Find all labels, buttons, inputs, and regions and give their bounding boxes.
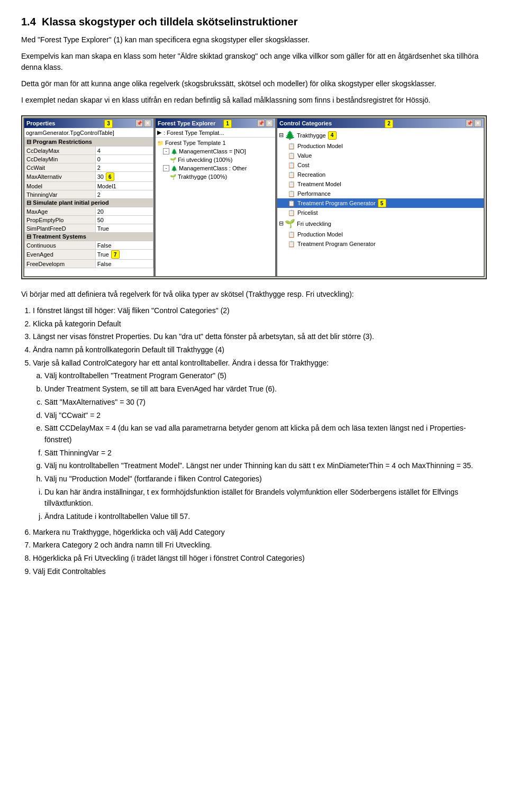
ctrl-titlebar: Control Categories 📌 ✕ [277, 118, 484, 128]
ctrl-icon-1: 📋 [287, 151, 296, 160]
sub-step-b: Under Treatment System, se till att bara… [44, 384, 487, 395]
ctrl-item-7[interactable]: 📋Pricelist [277, 208, 484, 217]
ctrl-icon-0: 📋 [287, 142, 296, 150]
forest-tree-item-1[interactable]: 🌱 Fri utveckling (100%) [156, 156, 275, 164]
props-val: 50 [95, 216, 153, 224]
ctrl-fri-root[interactable]: ⊟🌱Fri utveckling [277, 217, 484, 230]
footer-para1: Vi börjar med att definiera två regelver… [21, 289, 487, 300]
step-3: Längst ner visas fönstret Properties. Du… [33, 331, 487, 343]
forest-root-item[interactable]: 📁 Forest Type Template 1 [156, 139, 275, 147]
step-9: Välj Edit Controltables [33, 566, 487, 578]
ctrl-pin-btn[interactable]: 📌 [466, 120, 473, 127]
ctrl-item-6[interactable]: 📋Treatment Program Generator5 [277, 198, 484, 208]
ctrl-trakthygge-root[interactable]: ⊟🌲Trakthygge4 [277, 129, 484, 141]
props-val: 0 [95, 155, 153, 163]
forest-close-btn[interactable]: ✕ [266, 120, 273, 127]
sub-step-j: Ändra Latitude i kontrolltabellen Value … [44, 511, 487, 523]
props-row: EvenAgedTrue7 [25, 250, 153, 260]
ctrl-item-5[interactable]: 📋Performance [277, 189, 484, 198]
props-val: 20 [95, 207, 153, 216]
props-val: False [95, 241, 153, 250]
ctrl-item-0[interactable]: 📋Production Model [277, 141, 484, 151]
sub-step-a: Välj kontrolltabellen "Treatment Program… [44, 370, 487, 382]
props-key: MaxAge [25, 207, 96, 216]
step-6: Markera nu Trakthygge, högerklicka och v… [33, 527, 487, 539]
forest-tree-item-0[interactable]: - 🌲 ManagementClass = [NO] [156, 147, 275, 156]
ctrl-fri-icon-0: 📋 [287, 230, 296, 239]
props-row: CcWait2 [25, 163, 153, 172]
ctrl-icon-3: 📋 [287, 170, 296, 179]
ctrl-fri-item-0[interactable]: 📋Production Model [277, 230, 484, 239]
props-key: MaxAlternativ [25, 172, 96, 182]
forest-pin-btn[interactable]: 📌 [257, 120, 265, 127]
ctrl-fri-item-1[interactable]: 📋Treatment Program Generator [277, 239, 484, 249]
props-key: Model [25, 182, 96, 190]
forest-tree-item-2[interactable]: - 🌲 ManagementClass : Other [156, 164, 275, 172]
properties-titlebar: Properties 📌 ✕ [24, 118, 153, 128]
ctrl-icon-7: 📋 [287, 208, 296, 217]
expand-icon-2[interactable]: - [163, 165, 169, 171]
props-key: CcDelayMax [25, 147, 96, 155]
forest-path-row: ▶ : Forest Type Templat... [156, 128, 275, 138]
props-row: MaxAge20 [25, 207, 153, 216]
step-5: Varje så kallad ControlCategory har ett … [33, 358, 487, 523]
props-key: EvenAged [25, 250, 96, 260]
intro-para-1: Med "Forest Type Explorer" (1) kan man s… [21, 34, 487, 45]
sub-step-i: Du kan här ändra inställningar, t ex for… [44, 487, 487, 509]
badge-2: 2 [385, 118, 393, 128]
forest-content: 📁 Forest Type Template 1 - 🌲 ManagementC… [156, 138, 275, 276]
props-val: 2 [95, 163, 153, 172]
main-steps-list-2: Markera nu Trakthygge, högerklicka och v… [33, 527, 487, 578]
badge-3: 3 [104, 118, 113, 128]
ctrl-close-btn[interactable]: ✕ [474, 120, 482, 127]
props-val: True [95, 224, 153, 233]
main-steps-list: I fönstret längst till höger: Välj flike… [33, 305, 487, 523]
props-key: FreeDevelopm [25, 260, 96, 268]
folder-icon: 📁 [157, 139, 164, 147]
forest-titlebar: Forest Type Explorer 📌 ✕ [156, 118, 275, 128]
props-val: Model1 [95, 182, 153, 190]
props-path-row: ogramGenerator.TpgControlTable] [24, 128, 153, 138]
intro-para-4: I exemplet nedan skapar vi en klass utif… [21, 95, 487, 106]
props-row: ContinuousFalse [25, 241, 153, 250]
forest-tree-item-3[interactable]: 🌱 Trakthygge (100%) [156, 172, 275, 181]
ctrl-item-1[interactable]: 📋Value [277, 151, 484, 160]
step-7: Markera Category 2 och ändra namn till F… [33, 540, 487, 551]
props-key: Continuous [25, 241, 96, 250]
props-row: ThinningVar2 [25, 190, 153, 199]
step-1: I fönstret längst till höger: Välj flike… [33, 305, 487, 317]
footer-area: Vi börjar med att definiera två regelver… [21, 289, 487, 577]
sub-step-f: Sätt ThinningVar = 2 [44, 448, 487, 459]
props-val: 306 [95, 172, 153, 182]
props-key: CcWait [25, 163, 96, 172]
ctrl-icon-6: 📋 [287, 199, 296, 207]
props-close-btn[interactable]: ✕ [144, 120, 151, 127]
step-4: Ändra namn på kontrollkategorin Default … [33, 344, 487, 356]
tree-icon-2: 🌲 [170, 165, 178, 172]
screenshot-area: 3 1 2 Properties 📌 ✕ ogramGenerator.TpgC… [21, 115, 487, 279]
badge-6: 6 [106, 172, 114, 181]
expand-icon-0[interactable]: - [163, 148, 169, 154]
props-val: False [95, 260, 153, 268]
step-2: Klicka på kategorin Default [33, 318, 487, 330]
tree-icon-0: 🌲 [170, 148, 178, 155]
props-pin-btn[interactable]: 📌 [135, 120, 143, 127]
badge-1: 1 [223, 118, 232, 128]
properties-panel: Properties 📌 ✕ ogramGenerator.TpgControl… [23, 117, 155, 277]
ctrl-item-2[interactable]: 📋Cost [277, 160, 484, 170]
badge-4: 4 [328, 131, 337, 140]
intro-para-2: Exempelvis kan man skapa en klass som he… [21, 51, 487, 73]
sub-steps-list: Välj kontrolltabellen "Treatment Program… [44, 370, 487, 522]
ctrl-panel: Control Categories 📌 ✕ ⊟🌲Trakthygge4📋Pro… [276, 117, 485, 277]
props-row: SimPlantFreeDTrue [25, 224, 153, 233]
props-val: 2 [95, 190, 153, 199]
tree-icon-1: 🌱 [169, 156, 177, 163]
props-val: 4 [95, 147, 153, 155]
intro-para-3: Detta gör man för att kunna ange olika r… [21, 78, 487, 89]
sub-step-g: Välj nu kontrolltabellen "Treatment Mode… [44, 460, 487, 472]
ctrl-item-4[interactable]: 📋Treatment Model [277, 179, 484, 189]
ctrl-item-3[interactable]: 📋Recreation [277, 170, 484, 179]
ctrl-fri-icon-1: 📋 [287, 240, 296, 248]
props-row: CcDelayMin0 [25, 155, 153, 163]
ctrl-content: ⊟🌲Trakthygge4📋Production Model📋Value📋Cos… [277, 128, 484, 276]
